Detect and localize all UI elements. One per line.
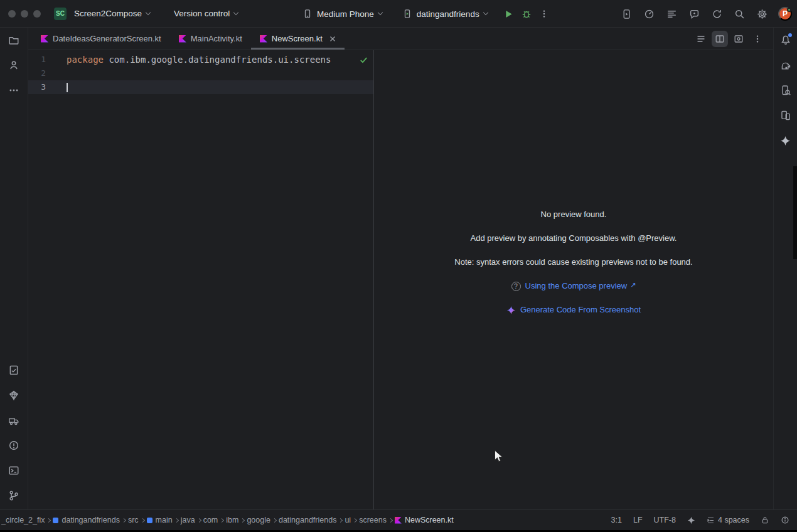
ai-status-widget[interactable] xyxy=(687,516,695,524)
tab-options-button[interactable] xyxy=(749,31,766,47)
code-editor[interactable]: 1 package com.ibm.google.datingandfriend… xyxy=(28,50,373,509)
document-check-icon xyxy=(8,364,19,376)
device-explorer-button[interactable] xyxy=(777,82,794,99)
breadcrumb: _circle_2_fix datingandfriends src main … xyxy=(1,516,454,524)
truck-icon xyxy=(8,415,19,426)
file-writable-widget[interactable] xyxy=(761,516,769,524)
code-line-2[interactable]: 2 xyxy=(28,66,373,80)
breadcrumb-item[interactable]: google xyxy=(247,516,270,524)
no-preview-title: No preview found. xyxy=(374,210,773,220)
mouse-cursor xyxy=(494,450,505,466)
external-link-icon: ↗ xyxy=(630,280,636,290)
bug-icon xyxy=(522,9,532,19)
devices-icon xyxy=(780,110,791,121)
build-toolwindow-button[interactable] xyxy=(5,412,23,429)
tab-newscreen[interactable]: NewScreen.kt xyxy=(251,28,345,50)
breadcrumb-item[interactable]: datingandfriends xyxy=(279,516,336,524)
online-status-dot xyxy=(787,8,791,12)
breadcrumb-item[interactable]: datingandfriends xyxy=(53,516,119,524)
line-number[interactable]: 1 xyxy=(28,53,46,66)
preview-view-button[interactable] xyxy=(730,31,747,47)
gear-icon xyxy=(757,9,768,19)
code-line-3[interactable]: 3 xyxy=(28,80,373,94)
gem-icon xyxy=(8,390,19,401)
tab-dateideasgeneratorscreen[interactable]: DateIdeasGeneratorScreen.kt xyxy=(32,28,170,50)
notifications-button[interactable] xyxy=(777,31,794,49)
search-everywhere-button[interactable] xyxy=(730,5,748,23)
close-icon xyxy=(329,36,336,42)
tab-label: DateIdeasGeneratorScreen.kt xyxy=(53,34,161,43)
terminal-toolwindow-button[interactable] xyxy=(5,462,23,479)
more-toolwindows-button[interactable] xyxy=(5,82,23,99)
logcat-lines-icon xyxy=(666,9,677,19)
breadcrumb-item[interactable]: screens xyxy=(359,516,387,524)
inspections-ok-indicator[interactable] xyxy=(359,55,368,65)
close-tab-button[interactable] xyxy=(329,36,336,42)
device-manager-button[interactable] xyxy=(777,107,794,124)
encoding-widget[interactable]: UTF-8 xyxy=(654,516,676,524)
problems-toolwindow-button[interactable] xyxy=(5,437,23,454)
project-toolwindow-button[interactable] xyxy=(5,31,23,49)
line-separator-widget[interactable]: LF xyxy=(633,516,643,524)
zoom-window-button[interactable] xyxy=(33,10,41,18)
breadcrumb-item[interactable]: com xyxy=(203,516,218,524)
person-icon xyxy=(8,60,19,71)
breadcrumb-item[interactable]: main xyxy=(147,516,173,524)
sparkle-icon xyxy=(687,516,695,524)
caret-position-widget[interactable]: 3:1 xyxy=(611,516,622,524)
tab-mainactivity[interactable]: MainActivity.kt xyxy=(170,28,251,50)
run-toolbar: Medium Phone datingandfriends xyxy=(297,0,553,28)
chevron-right-icon xyxy=(46,518,51,522)
generate-code-from-screenshot-link[interactable]: Generate Code From Screenshot xyxy=(520,305,641,315)
logcat-button[interactable] xyxy=(663,5,680,23)
run-configuration-selector[interactable]: datingandfriends xyxy=(397,6,493,21)
more-vertical-icon xyxy=(540,9,548,18)
version-control-toolwindow-button[interactable] xyxy=(5,487,23,504)
code-line-1[interactable]: 1 package com.ibm.google.datingandfriend… xyxy=(28,53,373,66)
minimize-window-button[interactable] xyxy=(21,10,28,18)
code-view-button[interactable] xyxy=(693,31,709,47)
app-insights-button[interactable] xyxy=(685,5,703,23)
chevron-right-icon xyxy=(388,518,393,522)
status-bar: _circle_2_fix datingandfriends src main … xyxy=(0,509,797,530)
indent-widget[interactable]: 4 spaces xyxy=(707,516,749,524)
sync-project-button[interactable] xyxy=(708,5,725,23)
structure-toolwindow-button[interactable] xyxy=(5,56,23,74)
resource-manager-toolwindow-button[interactable] xyxy=(5,386,23,404)
gradle-elephant-icon xyxy=(780,60,791,71)
gemini-toolwindow-button[interactable] xyxy=(777,132,794,149)
gemini-star-icon xyxy=(780,136,791,146)
breadcrumb-item[interactable]: _circle_2_fix xyxy=(1,516,45,524)
project-selector[interactable]: Screen2Compose xyxy=(69,6,155,21)
breadcrumb-item[interactable]: ibm xyxy=(226,516,238,524)
ui-check-toolwindow-button[interactable] xyxy=(5,361,23,379)
breadcrumb-item[interactable]: src xyxy=(128,516,139,524)
code-text: com.ibm.google.datingandfriends.ui.scree… xyxy=(104,55,331,65)
profile-avatar[interactable]: P xyxy=(778,7,792,21)
profiler-button[interactable] xyxy=(640,5,658,23)
chevron-right-icon xyxy=(220,518,224,522)
version-control-menu[interactable]: Version control xyxy=(169,6,243,21)
more-horizontal-icon xyxy=(8,85,19,96)
split-view-button[interactable] xyxy=(712,31,728,47)
device-selector[interactable]: Medium Phone xyxy=(297,6,387,21)
device-streaming-button[interactable] xyxy=(618,5,635,23)
gemini-sparkle-icon xyxy=(506,306,516,315)
chevron-down-icon xyxy=(233,9,238,14)
breadcrumb-item[interactable]: java xyxy=(181,516,195,524)
run-button[interactable] xyxy=(500,5,518,23)
compose-preview-doc-link[interactable]: Using the Compose preview xyxy=(525,281,628,291)
window-controls xyxy=(0,10,41,18)
editor-info-widget[interactable] xyxy=(781,516,789,524)
debug-button[interactable] xyxy=(518,5,535,23)
breadcrumb-item[interactable]: ui xyxy=(345,516,351,524)
line-number[interactable]: 2 xyxy=(28,66,46,80)
breadcrumb-item-current-file[interactable]: NewScreen.kt xyxy=(395,516,454,524)
close-window-button[interactable] xyxy=(8,10,16,18)
right-toolstripe xyxy=(773,28,797,509)
line-number[interactable]: 3 xyxy=(28,80,46,94)
scrollbar-thumb[interactable] xyxy=(793,166,797,259)
settings-button[interactable] xyxy=(753,5,771,23)
more-actions-button[interactable] xyxy=(535,5,553,23)
gradle-toolwindow-button[interactable] xyxy=(777,56,794,74)
